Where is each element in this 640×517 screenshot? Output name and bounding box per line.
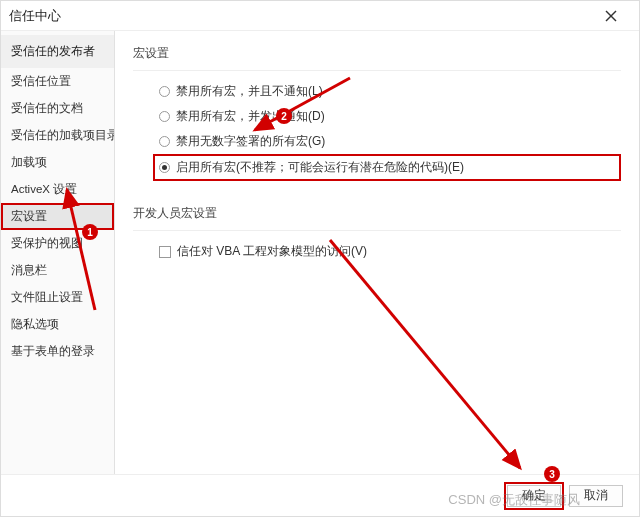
- radio-disable-no-notify[interactable]: 禁用所有宏，并且不通知(L): [159, 79, 621, 104]
- group-title-macro-settings: 宏设置: [133, 39, 621, 71]
- checkbox-trust-vba[interactable]: 信任对 VBA 工程对象模型的访问(V): [133, 239, 621, 264]
- dialog-body: 受信任的发布者 受信任位置 受信任的文档 受信任的加载项目录 加载项 Activ…: [1, 31, 639, 474]
- trust-center-dialog: 信任中心 受信任的发布者 受信任位置 受信任的文档 受信任的加载项目录 加载项 …: [0, 0, 640, 517]
- radio-label: 禁用所有宏，并发出通知(D): [176, 108, 325, 125]
- radio-disable-with-notify[interactable]: 禁用所有宏，并发出通知(D): [159, 104, 621, 129]
- group-title-developer-macro: 开发人员宏设置: [133, 199, 621, 231]
- sidebar: 受信任的发布者 受信任位置 受信任的文档 受信任的加载项目录 加载项 Activ…: [1, 31, 115, 474]
- sidebar-item-addins[interactable]: 加载项: [1, 149, 114, 176]
- radio-icon: [159, 111, 170, 122]
- close-icon: [605, 10, 617, 22]
- callout-badge-1: 1: [82, 224, 98, 240]
- dialog-footer: 确定 取消: [1, 474, 639, 516]
- callout-badge-3: 3: [544, 466, 560, 482]
- cancel-button[interactable]: 取消: [569, 485, 623, 507]
- radio-icon: [159, 86, 170, 97]
- sidebar-item-privacy-options[interactable]: 隐私选项: [1, 311, 114, 338]
- main-panel: 宏设置 禁用所有宏，并且不通知(L) 禁用所有宏，并发出通知(D) 禁用无数字签…: [115, 31, 639, 474]
- close-button[interactable]: [591, 2, 631, 30]
- sidebar-item-form-based-login[interactable]: 基于表单的登录: [1, 338, 114, 365]
- dialog-title: 信任中心: [9, 7, 591, 25]
- radio-label: 禁用所有宏，并且不通知(L): [176, 83, 323, 100]
- radio-label: 禁用无数字签署的所有宏(G): [176, 133, 325, 150]
- radio-icon: [159, 162, 170, 173]
- sidebar-item-trusted-documents[interactable]: 受信任的文档: [1, 95, 114, 122]
- sidebar-item-macro-settings[interactable]: 宏设置: [1, 203, 114, 230]
- radio-disable-except-signed[interactable]: 禁用无数字签署的所有宏(G): [159, 129, 621, 154]
- sidebar-item-trusted-addin-catalogs[interactable]: 受信任的加载项目录: [1, 122, 114, 149]
- radio-enable-all[interactable]: 启用所有宏(不推荐；可能会运行有潜在危险的代码)(E): [153, 154, 621, 181]
- checkbox-label: 信任对 VBA 工程对象模型的访问(V): [177, 243, 367, 260]
- sidebar-item-trusted-locations[interactable]: 受信任位置: [1, 68, 114, 95]
- macro-settings-options: 禁用所有宏，并且不通知(L) 禁用所有宏，并发出通知(D) 禁用无数字签署的所有…: [133, 79, 621, 181]
- radio-icon: [159, 136, 170, 147]
- sidebar-item-file-block-settings[interactable]: 文件阻止设置: [1, 284, 114, 311]
- checkbox-icon: [159, 246, 171, 258]
- titlebar: 信任中心: [1, 1, 639, 31]
- sidebar-item-activex-settings[interactable]: ActiveX 设置: [1, 176, 114, 203]
- ok-button[interactable]: 确定: [507, 485, 561, 507]
- sidebar-item-message-bar[interactable]: 消息栏: [1, 257, 114, 284]
- callout-badge-2: 2: [276, 108, 292, 124]
- radio-label: 启用所有宏(不推荐；可能会运行有潜在危险的代码)(E): [176, 159, 464, 176]
- sidebar-header[interactable]: 受信任的发布者: [1, 35, 114, 68]
